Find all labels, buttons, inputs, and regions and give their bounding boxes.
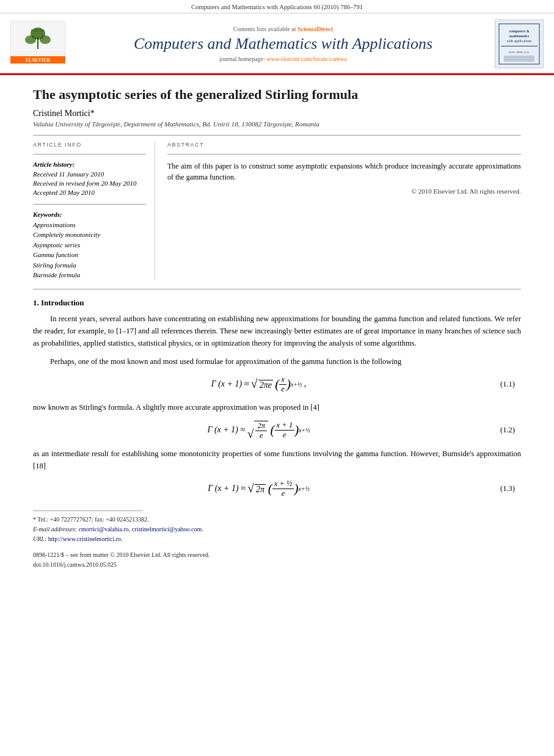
received-revised-date: Received in revised form 20 May 2010 (33, 179, 146, 188)
header-divider (33, 135, 521, 136)
footer-doi: doi:10.1016/j.camwa.2010.05.025 (33, 560, 521, 570)
eq11-sqrt: √ 2πe (251, 378, 273, 390)
svg-rect-13 (501, 46, 538, 46)
keywords-label: Keywords: (33, 211, 146, 218)
journal-header-center: Contents lists available at ScienceDirec… (75, 26, 492, 62)
equation-1-3-row: Γ (x + 1) ≈ √ 2π ( x + ½ e ) x+½ (1.3) (33, 479, 521, 498)
author-affiliation: Valahia University of Târgovişte, Depart… (33, 120, 521, 128)
equation-1-1-row: Γ (x + 1) ≈ √ 2πe ( x e ) x+½ , (1.1) (33, 375, 521, 394)
footnote-url: URL: http://www.cristinelmortici.ro. (33, 534, 521, 544)
elsevier-logo-svg: Elsevier ELSEVIER (7, 18, 68, 67)
journal-top-bar: Computers and Mathematics with Applicati… (0, 0, 554, 13)
page-wrapper: Computers and Mathematics with Applicati… (0, 0, 554, 756)
section1-heading: 1. Introduction (33, 298, 521, 308)
article-info-abstract: ARTICLE INFO Article history: Received 1… (33, 142, 521, 280)
abstract-copyright: © 2010 Elsevier Ltd. All rights reserved… (167, 187, 521, 195)
article-info-label: ARTICLE INFO (33, 142, 146, 148)
intro-para2: Perhaps, one of the most known and most … (33, 355, 521, 368)
equation-1-3: Γ (x + 1) ≈ √ 2π ( x + ½ e ) x+½ (39, 479, 478, 498)
keyword-stirling-formula: Stirling formula (33, 260, 146, 271)
svg-point-4 (25, 35, 36, 44)
footnote-email: E-mail addresses: cmortici@valahia.ro, c… (33, 525, 521, 534)
journal-header: Elsevier ELSEVIER Contents lists availab… (0, 13, 554, 75)
eq13-frac: x + ½ e (272, 479, 294, 498)
footer-issn: 0898-1221/$ – see front matter © 2010 El… (33, 550, 521, 560)
article-info-divider (33, 154, 146, 154)
paper-title: The asymptotic series of the generalized… (33, 86, 521, 104)
svg-point-5 (40, 35, 51, 44)
journal-citation: Computers and Mathematics with Applicati… (191, 4, 363, 10)
footnote-tel: * Tel.: +40 7227727627; fax: +40 0245213… (33, 515, 521, 525)
footnote-email-link2[interactable]: cristinelmortici@yahoo.com (132, 526, 202, 532)
svg-text:computers &: computers & (509, 29, 530, 33)
abstract-text: The aim of this paper is to construct so… (167, 161, 521, 183)
main-content: The asymptotic series of the generalized… (0, 75, 554, 582)
eq12-sqrt-content: 2π e (254, 421, 268, 440)
abstract-label: ABSTRACT (167, 142, 521, 148)
eq13-number: (1.3) (478, 484, 515, 493)
journal-title: Computers and Mathematics with Applicati… (75, 35, 492, 53)
keyword-approximations: Approximations (33, 220, 146, 230)
footnote-divider (33, 511, 143, 511)
eq13-gamma: Γ (x + 1) ≈ (208, 483, 246, 492)
journal-homepage-link[interactable]: www.elsevier.com/locate/camwa (266, 56, 347, 62)
keyword-asymptotic-series: Asymptotic series (33, 240, 146, 250)
content-divider (33, 289, 521, 289)
svg-text:with applications: with applications (506, 39, 532, 43)
eq12-gamma: Γ (x + 1) ≈ (207, 425, 245, 434)
eq12-number: (1.2) (478, 426, 515, 435)
svg-text:ISSN 0898-1221: ISSN 0898-1221 (509, 51, 530, 54)
keyword-completely-monotonicity: Completely monotonicity (33, 230, 146, 240)
eq12-after-text: as an intermediate result for establishi… (33, 448, 521, 472)
sciencedirect-link[interactable]: ScienceDirect (297, 26, 333, 32)
keyword-gamma-function: Gamma function (33, 250, 146, 260)
keywords-divider (33, 204, 146, 205)
eq13-sqrt: √ 2π (247, 482, 266, 495)
svg-rect-15 (504, 56, 534, 62)
journal-homepage-line: journal homepage: www.elsevier.com/locat… (75, 56, 492, 62)
equation-1-2-row: Γ (x + 1) ≈ √ 2π e ( x + 1 e (33, 421, 521, 440)
equation-1-1: Γ (x + 1) ≈ √ 2πe ( x e ) x+½ , (39, 375, 478, 394)
abstract-divider (167, 154, 521, 154)
intro-para1: In recent years, several authors have co… (33, 313, 521, 349)
journal-thumbnail: computers & mathematics with application… (495, 20, 544, 68)
svg-text:mathematics: mathematics (509, 34, 530, 38)
eq11-frac: x e (279, 375, 286, 394)
sciencedirect-line: Contents lists available at ScienceDirec… (75, 26, 492, 32)
journal-thumb-area: computers & mathematics with application… (492, 20, 547, 68)
eq11-gamma: Γ (x + 1) ≈ (211, 379, 249, 388)
footnote-email-link1[interactable]: cmortici@valahia.ro (79, 526, 129, 532)
thumb-svg: computers & mathematics with application… (498, 23, 541, 65)
keyword-burnside-formula: Burnside formula (33, 270, 146, 280)
equation-1-2: Γ (x + 1) ≈ √ 2π e ( x + 1 e (39, 421, 478, 440)
footnote-url-link[interactable]: http://www.cristinelmortici.ro (48, 536, 121, 542)
article-history-label: Article history: (33, 161, 146, 168)
author-name: Cristinel Mortici* (33, 109, 521, 118)
eq12-frac: x + 1 e (275, 421, 295, 440)
accepted-date: Accepted 20 May 2010 (33, 188, 146, 197)
elsevier-logo-area: Elsevier ELSEVIER (7, 18, 75, 70)
article-info-col: ARTICLE INFO Article history: Received 1… (33, 142, 155, 280)
eq12-sqrt: √ 2π e (247, 421, 268, 440)
eq11-after-text: now known as Stirling's formula. A sligh… (33, 401, 521, 413)
received-date: Received 11 January 2010 (33, 170, 146, 179)
eq11-number: (1.1) (478, 380, 515, 389)
svg-text:ELSEVIER: ELSEVIER (26, 57, 51, 63)
abstract-col: ABSTRACT The aim of this paper is to con… (167, 142, 521, 280)
